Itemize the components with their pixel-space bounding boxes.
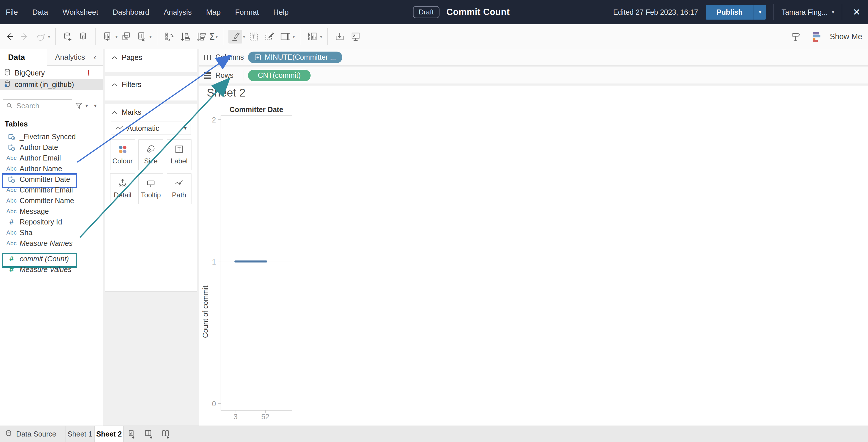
rows-pill-cnt-commit[interactable]: CNT(commit): [248, 70, 311, 81]
new-worksheet-button[interactable]: [101, 30, 115, 43]
publish-dropdown-caret-icon[interactable]: ▾: [753, 5, 766, 20]
rows-shelf[interactable]: Rows CNT(commit): [199, 67, 868, 84]
format-button[interactable]: [262, 30, 276, 43]
publish-button[interactable]: Publish: [706, 5, 753, 20]
close-icon[interactable]: ✕: [850, 7, 863, 18]
menu-map[interactable]: Map: [199, 8, 228, 17]
menu-worksheet[interactable]: Worksheet: [55, 8, 105, 17]
clear-sheet-caret-icon[interactable]: ▾: [149, 34, 152, 39]
table-name: commit (in_github): [15, 80, 74, 89]
mark-type-caret-icon: ▾: [184, 125, 187, 131]
colour-button[interactable]: Colour: [110, 139, 135, 170]
field-row-message[interactable]: Abc Message: [0, 206, 103, 217]
top-bar-right: Edited 27 Feb 2023, 16:17 Publish ▾ Tama…: [613, 4, 863, 20]
collapse-chevron-icon[interactable]: [111, 53, 118, 62]
field-row-fivetran-synced[interactable]: _Fivetran Synced: [0, 131, 103, 142]
swap-rows-columns-button[interactable]: [162, 30, 176, 43]
new-data-source-button[interactable]: [61, 30, 75, 43]
table-row-commit[interactable]: commit (in_github): [0, 79, 103, 90]
y-axis-label[interactable]: Count of commit: [201, 285, 210, 338]
menu-data[interactable]: Data: [25, 8, 55, 17]
field-row-sha[interactable]: Abc Sha: [0, 227, 103, 238]
tooltip-button[interactable]: Tooltip: [138, 173, 163, 204]
y-axis-line[interactable]: [221, 115, 221, 411]
columns-shelf[interactable]: Columns MINUTE(Committer ...: [199, 49, 868, 66]
field-row-author-email[interactable]: Abc Author Email: [0, 153, 103, 163]
sort-ascending-button[interactable]: [178, 30, 192, 43]
new-worksheet-tab-button[interactable]: [124, 426, 141, 442]
menu-format[interactable]: Format: [228, 8, 266, 17]
menu-file[interactable]: File: [0, 8, 25, 17]
sheet-title[interactable]: Sheet 2: [207, 87, 245, 99]
user-menu[interactable]: Tamara Fing... ▾: [781, 8, 834, 16]
line-mark-cnt-commit[interactable]: [235, 261, 267, 263]
connection-row-bigquery[interactable]: BigQuery !: [0, 67, 103, 78]
field-label: Committer Email: [20, 186, 73, 194]
fit-button[interactable]: [278, 30, 292, 43]
collapse-chevron-icon[interactable]: [111, 80, 118, 89]
highlight-caret-icon[interactable]: ▾: [243, 34, 245, 39]
presentation-mode-button[interactable]: [348, 30, 362, 43]
highlight-button[interactable]: [228, 30, 242, 43]
collapse-pane-icon[interactable]: ‹: [94, 53, 96, 62]
field-row-measure-values[interactable]: # Measure Values: [0, 264, 103, 275]
filter-fields-icon[interactable]: [75, 102, 83, 109]
menu-dashboard[interactable]: Dashboard: [105, 8, 157, 17]
search-input[interactable]: [16, 101, 60, 110]
field-row-committer-name[interactable]: Abc Committer Name: [0, 195, 103, 206]
tab-analytics[interactable]: Analytics ‹: [47, 49, 103, 66]
menu-help[interactable]: Help: [266, 8, 296, 17]
duplicate-sheet-button[interactable]: [119, 30, 133, 43]
search-box[interactable]: [3, 99, 72, 112]
field-row-commit-count[interactable]: # commit (Count): [0, 253, 103, 264]
label-button[interactable]: Label: [167, 139, 191, 170]
pause-updates-button[interactable]: [76, 30, 90, 43]
download-button[interactable]: [333, 30, 347, 43]
detail-button[interactable]: Detail: [110, 173, 135, 204]
warning-icon: !: [87, 69, 90, 77]
expand-pill-icon[interactable]: [254, 54, 261, 61]
field-label: Author Date: [20, 143, 58, 151]
detail-label: Detail: [114, 191, 131, 199]
show-me-button[interactable]: Show Me: [830, 32, 862, 41]
undo-button[interactable]: [2, 30, 16, 43]
show-hide-cards-button[interactable]: [305, 30, 319, 43]
new-story-tab-button[interactable]: [157, 426, 174, 442]
tooltip-signpost-icon[interactable]: [789, 30, 803, 43]
show-mark-labels-button[interactable]: [247, 30, 261, 43]
clear-sheet-button[interactable]: [135, 30, 149, 43]
fit-caret-icon[interactable]: ▾: [292, 34, 295, 39]
x-axis-line[interactable]: [221, 410, 292, 411]
totals-caret-icon[interactable]: ▾: [215, 34, 218, 39]
pages-card[interactable]: Pages: [105, 49, 197, 72]
field-row-author-date[interactable]: Author Date: [0, 142, 103, 153]
tab-data-source[interactable]: Data Source: [0, 426, 65, 442]
show-me-icon[interactable]: [809, 30, 823, 43]
size-button[interactable]: Size: [138, 139, 163, 170]
pane-options-caret-icon[interactable]: ▾: [94, 103, 97, 109]
columns-pill-minute-committer-date[interactable]: MINUTE(Committer ...: [248, 52, 342, 63]
new-worksheet-caret-icon[interactable]: ▾: [115, 34, 118, 39]
tab-data[interactable]: Data: [0, 49, 47, 66]
sort-descending-button[interactable]: [193, 30, 207, 43]
field-row-author-name[interactable]: Abc Author Name: [0, 163, 103, 174]
field-row-measure-names[interactable]: Abc Measure Names: [0, 238, 103, 249]
menu-analysis[interactable]: Analysis: [157, 8, 199, 17]
field-row-committer-email[interactable]: Abc Committer Email: [0, 185, 103, 195]
field-row-repository-id[interactable]: # Repository Id: [0, 217, 103, 227]
path-button[interactable]: Path: [167, 173, 191, 204]
tab-sheet-1[interactable]: Sheet 1: [65, 426, 95, 442]
history-button[interactable]: [33, 30, 47, 43]
new-dashboard-tab-button[interactable]: [141, 426, 157, 442]
show-hide-cards-caret-icon[interactable]: ▾: [320, 34, 322, 39]
field-row-committer-date[interactable]: Committer Date: [0, 174, 103, 185]
mark-type-dropdown[interactable]: Automatic ▾: [111, 122, 191, 135]
tab-sheet-2[interactable]: Sheet 2: [95, 426, 124, 442]
filters-card[interactable]: Filters: [105, 76, 197, 101]
filter-caret-icon[interactable]: ▾: [85, 103, 88, 109]
redo-button[interactable]: [18, 30, 32, 43]
collapse-chevron-icon[interactable]: [111, 108, 118, 116]
history-caret-icon[interactable]: ▾: [48, 34, 50, 39]
totals-button[interactable]: Σ: [209, 31, 215, 42]
y-tickmark: [218, 403, 221, 404]
